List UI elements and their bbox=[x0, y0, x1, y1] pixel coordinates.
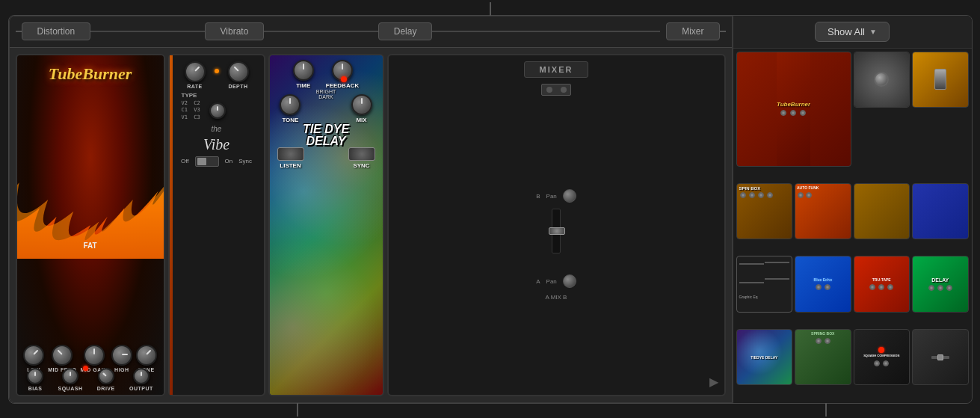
thumb-delay-knobs bbox=[928, 284, 953, 292]
tiedye-top-knobs: TIME FEEDBACK bbox=[274, 60, 378, 89]
list-item[interactable]: SPRING BOX bbox=[795, 329, 851, 386]
tiedye-bright-label: BRIGHT bbox=[316, 89, 336, 94]
chain-header: Distortion Vibrato Delay Mixer bbox=[10, 16, 732, 48]
tab-mixer[interactable]: Mixer bbox=[666, 22, 719, 40]
pedal-vibe[interactable]: RATE DEPTH TYPE V2 C2 C1 V3 V1 C3 bbox=[168, 54, 265, 396]
pedal-tube-burner[interactable]: TubeBurner FAT LOW MID FREQ MID GAIN bbox=[16, 54, 165, 396]
mixer-a-label: A bbox=[536, 278, 540, 285]
thumb-knob bbox=[767, 192, 773, 198]
knob-squash-label: SQUASH bbox=[58, 386, 82, 391]
tiedye-sync-label: SYNC bbox=[353, 162, 369, 169]
list-item[interactable]: Graphic Eq bbox=[736, 256, 793, 313]
vibe-on-label: On bbox=[225, 158, 233, 165]
mixer-fader-thumb[interactable] bbox=[549, 227, 565, 235]
mixer-pan-label-b: Pan bbox=[546, 193, 557, 200]
list-item[interactable]: AUTO FUNK bbox=[795, 183, 851, 240]
vibe-toggle[interactable] bbox=[195, 156, 219, 167]
tiedye-tone-label: TONE bbox=[282, 117, 298, 123]
list-item[interactable]: TubeBurner bbox=[736, 52, 851, 167]
knob-output[interactable] bbox=[133, 368, 150, 384]
mixer-fader-area: B Pan A Pan bbox=[395, 102, 718, 389]
vibe-depth-label: DEPTH bbox=[228, 84, 247, 89]
main-container: Distortion Vibrato Delay Mixer bbox=[8, 15, 973, 404]
resize-handle-bottom-right[interactable] bbox=[825, 403, 827, 417]
knob-low[interactable] bbox=[23, 345, 44, 366]
thumb-knob bbox=[806, 192, 812, 198]
vibe-depth-knob[interactable] bbox=[228, 61, 249, 82]
chain-connector-end bbox=[720, 31, 726, 32]
tiedye-title: TIE DYE DELAY bbox=[303, 123, 349, 147]
tiedye-listen-footbtn[interactable] bbox=[277, 147, 304, 161]
knob-mid-freq[interactable] bbox=[52, 345, 73, 366]
knob-bias-label: BIAS bbox=[28, 386, 43, 391]
show-all-chevron-icon: ▼ bbox=[869, 28, 877, 36]
list-item[interactable]: SPIN BOX bbox=[736, 183, 793, 240]
list-item[interactable]: SQUASH COMPRESSION bbox=[854, 329, 910, 386]
tiedye-sync-footbtn[interactable] bbox=[348, 147, 375, 161]
thumb-knob bbox=[874, 360, 880, 366]
knob-mid-gain[interactable] bbox=[84, 345, 105, 366]
mixer-fader-track[interactable] bbox=[552, 209, 561, 253]
thumb-knob bbox=[878, 284, 884, 290]
vibe-type-knob[interactable] bbox=[209, 102, 226, 119]
mixer-fader-container bbox=[552, 209, 561, 268]
list-item[interactable]: Blue Echo bbox=[795, 256, 851, 313]
show-all-label: Show All bbox=[828, 26, 865, 37]
list-item[interactable] bbox=[912, 52, 969, 108]
list-item[interactable]: TIEDYE DELAY bbox=[736, 329, 793, 386]
vibe-rate-knob[interactable] bbox=[185, 61, 206, 82]
thumb-blueecho-label: Blue Echo bbox=[814, 277, 832, 282]
mixer-a-pan-knob[interactable] bbox=[563, 274, 576, 288]
mixer-ab-row: A MIX B bbox=[546, 294, 567, 301]
list-item[interactable] bbox=[854, 52, 910, 108]
mixer-routing-box bbox=[541, 84, 571, 96]
list-item[interactable]: TRU-TAPE bbox=[854, 256, 910, 313]
tab-delay[interactable]: Delay bbox=[378, 22, 433, 40]
thumb-wah-body bbox=[934, 69, 946, 90]
tiedye-footer: LISTEN SYNC bbox=[274, 147, 378, 169]
tiedye-feedback-label: FEEDBACK bbox=[326, 82, 359, 89]
thumb-trutape-knobs bbox=[869, 283, 894, 291]
tiedye-sync-btn[interactable]: SYNC bbox=[348, 147, 375, 169]
tiedye-dark-label: DARK bbox=[318, 94, 333, 99]
tiedye-listen-btn[interactable]: LISTEN bbox=[277, 147, 304, 169]
thumb-spinbox-label: SPIN BOX bbox=[739, 186, 790, 191]
tiedye-bright-row: BRIGHT bbox=[316, 89, 336, 94]
pedal-tiedye[interactable]: TIME FEEDBACK BRIGHT TONE bbox=[268, 54, 384, 396]
show-all-button[interactable]: Show All ▼ bbox=[815, 22, 890, 42]
list-item[interactable] bbox=[912, 183, 969, 240]
knob-high[interactable] bbox=[111, 345, 132, 366]
tiedye-time-knob[interactable] bbox=[293, 60, 314, 81]
mixer-b-label: B bbox=[536, 193, 540, 200]
thumb-squash-label: SQUASH COMPRESSION bbox=[863, 354, 899, 358]
list-item[interactable]: DELAY bbox=[912, 256, 969, 313]
forward-arrow: ▶ bbox=[709, 375, 718, 389]
mixer-a-mix-b-label: A MIX B bbox=[546, 294, 567, 301]
resize-handle-bottom-left[interactable] bbox=[297, 403, 298, 417]
thumb-eq-fader bbox=[765, 278, 789, 280]
thumb-graphiceq-faders: Graphic Eq bbox=[737, 256, 792, 312]
thumb-knob bbox=[790, 110, 796, 116]
knob-tone[interactable] bbox=[136, 345, 157, 366]
knob-bias[interactable] bbox=[27, 368, 43, 384]
vibe-toggle-track[interactable] bbox=[195, 156, 219, 167]
thumb-knob bbox=[825, 284, 830, 290]
knob-drive[interactable] bbox=[98, 368, 114, 384]
pedal-mixer[interactable]: MIXER B Pan bbox=[387, 54, 726, 396]
vibe-rate-label: RATE bbox=[187, 84, 203, 89]
vibe-depth-group: DEPTH bbox=[228, 61, 249, 89]
tab-vibrato[interactable]: Vibrato bbox=[205, 22, 265, 40]
tab-distortion[interactable]: Distortion bbox=[22, 22, 91, 40]
thumb-springbox-label: SPRING BOX bbox=[811, 331, 834, 336]
tiedye-tone-knob[interactable] bbox=[280, 94, 301, 115]
mixer-b-pan-knob[interactable] bbox=[563, 189, 576, 203]
chain-line-2 bbox=[264, 31, 377, 32]
vibe-rate-group: RATE bbox=[185, 61, 206, 89]
knob-squash[interactable] bbox=[62, 368, 78, 384]
thumb-knob bbox=[780, 110, 786, 116]
resize-handle-top[interactable] bbox=[490, 2, 491, 16]
thumb-tiedye-label: TIEDYE DELAY bbox=[751, 355, 777, 360]
list-item[interactable] bbox=[912, 329, 969, 386]
list-item[interactable] bbox=[854, 183, 910, 240]
tiedye-mix-knob[interactable] bbox=[351, 94, 372, 115]
